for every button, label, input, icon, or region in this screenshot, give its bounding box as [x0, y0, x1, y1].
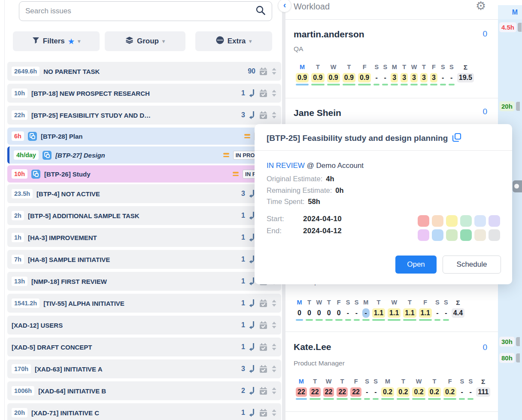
- day-value: 22: [350, 387, 361, 397]
- jira-link-icon[interactable]: [249, 89, 255, 97]
- day-value: 0.2: [412, 387, 425, 397]
- day-letter: S: [346, 299, 350, 307]
- jira-link-icon[interactable]: [249, 365, 255, 373]
- task-row[interactable]: 1541.2h [TIV-55] ALPHA INITIATIVE 1: [7, 294, 281, 313]
- calendar-check-icon[interactable]: [259, 111, 267, 119]
- sort-arrows-icon[interactable]: [271, 343, 277, 351]
- calendar-check-icon[interactable]: [259, 89, 267, 97]
- calendar-check-icon[interactable]: [259, 387, 267, 395]
- day-letter: S: [468, 378, 473, 387]
- timeline-badge-4.5h[interactable]: 4.5h: [499, 22, 522, 32]
- task-row[interactable]: 23.5h [BTP-4] NOT ACTIVE 3: [7, 184, 281, 203]
- gear-icon[interactable]: ⚙: [476, 0, 486, 13]
- task-row[interactable]: 20h [XAD-71] INITIATIVE C 1: [7, 403, 281, 420]
- day-value: 22: [296, 387, 307, 397]
- timeline-bar-fragment: [518, 23, 522, 32]
- workload-day-cell: T 3: [419, 64, 429, 85]
- sort-arrows-icon[interactable]: [271, 299, 277, 307]
- extra-button[interactable]: Extra ▾: [195, 31, 272, 51]
- color-swatch-3[interactable]: [446, 215, 458, 227]
- user-name-martin: martin.anderson: [294, 29, 364, 40]
- task-row[interactable]: 2h [BTP-5] ADDITIONAL SAMPLE TASK 1: [7, 206, 281, 225]
- task-row[interactable]: [XAD-5] DRAFT CONCEPT 1: [7, 338, 281, 356]
- task-row[interactable]: 10h [BTP-26] Study IN REVIEW: [7, 165, 281, 183]
- sort-arrows-icon[interactable]: [271, 111, 277, 119]
- sort-arrows-icon[interactable]: [271, 321, 277, 329]
- color-swatch-12[interactable]: [489, 229, 500, 241]
- sort-arrows-icon[interactable]: [271, 89, 277, 97]
- jira-link-icon[interactable]: [249, 299, 255, 307]
- section-divider: [285, 332, 522, 332]
- color-swatch-5[interactable]: [474, 215, 486, 227]
- jira-link-icon[interactable]: [249, 321, 255, 329]
- group-button[interactable]: Group ▾: [105, 31, 185, 51]
- task-row[interactable]: 7h [HA-8] SAMPLE INITIATIVE 1: [7, 250, 281, 269]
- task-row[interactable]: [XAD-12] USERS 1: [7, 316, 281, 335]
- sort-arrows-icon[interactable]: [271, 365, 277, 373]
- calendar-check-icon[interactable]: [259, 343, 267, 351]
- color-swatch-9[interactable]: [446, 229, 458, 241]
- task-hours-badge: 7h: [12, 255, 24, 264]
- color-swatch-1[interactable]: [418, 215, 429, 227]
- calendar-check-icon[interactable]: [259, 299, 267, 307]
- task-title: [BTP-28] Plan: [41, 133, 83, 140]
- day-value: 22: [323, 387, 334, 397]
- color-swatch-7[interactable]: [418, 229, 429, 241]
- workload-day-cell: W 3: [409, 64, 419, 85]
- day-underline: [306, 319, 313, 321]
- day-value: 0.9: [311, 73, 324, 82]
- day-letter: T: [313, 378, 317, 387]
- calendar-check-icon[interactable]: [259, 67, 267, 76]
- day-letter: T: [408, 299, 412, 307]
- task-row[interactable]: 13h [NMP-18] FIRST REVIEW 1: [7, 272, 281, 291]
- day-value: 0.9: [358, 73, 371, 82]
- timeline-badge-20h[interactable]: 20h: [499, 101, 520, 111]
- color-swatch-6[interactable]: [489, 215, 500, 227]
- color-swatch-11[interactable]: [474, 229, 486, 241]
- workload-day-cell: T 0.9: [310, 64, 325, 85]
- task-title: [XAD-63] INITIATIVE A: [35, 365, 103, 373]
- sort-arrows-icon[interactable]: [271, 409, 277, 417]
- task-row[interactable]: 22h [BTP-25] FEASIBILITY STUDY AND D… 3: [7, 106, 281, 125]
- workload-day-cell: T 22: [308, 378, 322, 400]
- task-type-icon: [42, 151, 52, 160]
- day-value: 0: [296, 308, 303, 318]
- day-value: 0.2: [381, 387, 394, 397]
- open-button[interactable]: Open: [395, 256, 437, 274]
- filters-button[interactable]: Filters ★ ▾: [13, 31, 100, 51]
- task-row[interactable]: 170h [XAD-63] INITIATIVE A 3: [7, 359, 281, 378]
- task-row[interactable]: 10h [BTP-18] NEW PROSPECT RESEARCH 1: [7, 84, 281, 103]
- timeline-badge-30h[interactable]: 30h: [499, 337, 520, 347]
- sort-arrows-icon[interactable]: [271, 67, 277, 75]
- copy-icon[interactable]: [452, 133, 461, 144]
- task-row[interactable]: 2649.6h NO PARENT TASK 90: [7, 62, 281, 81]
- task-row[interactable]: 1006h [XAD-64] INITIATIVE B 2: [7, 381, 281, 400]
- search-icon[interactable]: [255, 5, 266, 17]
- day-value: -: [354, 308, 360, 318]
- calendar-check-icon[interactable]: [259, 321, 267, 329]
- color-swatch-8[interactable]: [432, 229, 443, 241]
- sort-arrows-icon[interactable]: [271, 387, 277, 395]
- timeline-badge-80h[interactable]: 80h: [499, 353, 520, 363]
- popup-account: @ Demo Account: [307, 161, 364, 170]
- color-swatch-2[interactable]: [432, 215, 443, 227]
- task-title: [BTP-18] NEW PROSPECT RESEARCH: [31, 90, 150, 97]
- color-swatch-10[interactable]: [460, 229, 472, 241]
- color-swatch-4[interactable]: [460, 215, 472, 227]
- day-underline: [420, 84, 428, 85]
- calendar-check-icon[interactable]: [259, 409, 267, 417]
- search-input[interactable]: [25, 7, 255, 15]
- task-row[interactable]: 6h [BTP-28] Plan TO DO: [7, 128, 281, 145]
- schedule-button[interactable]: Schedule: [443, 256, 501, 274]
- task-row[interactable]: 1h [HA-3] IMPROVEMENT 1: [7, 228, 281, 247]
- jira-link-icon[interactable]: [249, 409, 255, 417]
- jira-link-icon[interactable]: [249, 387, 255, 395]
- jira-link-icon[interactable]: [249, 111, 255, 119]
- day-value: 3: [420, 73, 428, 82]
- calendar-check-icon[interactable]: [259, 365, 267, 373]
- jira-link-icon[interactable]: [249, 343, 255, 351]
- workload-day-cell: T 22: [335, 378, 349, 400]
- timeline-bar-handle[interactable]: [513, 180, 522, 192]
- task-row[interactable]: 4h/day [BTP-27] Design IN PROGRESS: [7, 146, 281, 164]
- day-value: 0.9: [327, 73, 340, 82]
